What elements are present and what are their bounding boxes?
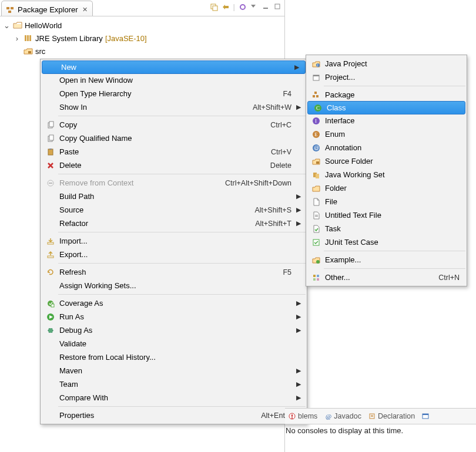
- ctx-copy[interactable]: Copy Ctrl+C: [41, 118, 307, 131]
- tab-javadoc[interactable]: @ Javadoc: [324, 409, 361, 424]
- ctx-copy-qualified-name[interactable]: Copy Qualified Name: [41, 131, 307, 145]
- menu-label: Enum: [323, 130, 461, 139]
- text-file-icon: [310, 211, 323, 220]
- menu-label: Delete: [57, 161, 270, 170]
- svg-rect-50: [317, 275, 319, 277]
- new-java-working-set[interactable]: Java Working Set: [306, 168, 467, 181]
- ctx-open-type-hierarchy[interactable]: Open Type Hierarchy F4: [41, 87, 307, 100]
- svg-rect-31: [314, 92, 317, 94]
- export-icon: [44, 251, 57, 259]
- tab-package-explorer[interactable]: Package Explorer ✕: [1, 1, 93, 16]
- ctx-remove-from-context[interactable]: Remove from Context Ctrl+Alt+Shift+Down: [41, 176, 307, 190]
- close-icon[interactable]: ✕: [82, 6, 88, 14]
- submenu-arrow-icon: ▶: [295, 206, 301, 214]
- menu-label: Maven: [57, 366, 295, 375]
- svg-rect-59: [371, 416, 373, 417]
- new-enum[interactable]: E Enum: [306, 127, 467, 141]
- menu-label: Import...: [57, 237, 295, 245]
- maximize-icon[interactable]: [274, 3, 282, 11]
- new-task[interactable]: Task: [306, 222, 467, 235]
- svg-rect-55: [291, 417, 293, 419]
- new-example[interactable]: Example...: [306, 253, 467, 267]
- menu-label: Package: [323, 90, 461, 99]
- expander-icon[interactable]: ⌄: [2, 21, 11, 29]
- svg-rect-24: [51, 304, 54, 307]
- new-interface[interactable]: I Interface: [306, 114, 467, 127]
- menu-label: Team: [57, 380, 295, 389]
- svg-rect-18: [49, 149, 52, 150]
- ctx-restore-from-local-history[interactable]: Restore from Local History...: [41, 350, 307, 364]
- ctx-source[interactable]: Source Alt+Shift+S▶: [41, 203, 307, 217]
- svg-text:C: C: [316, 105, 320, 111]
- new-junit-test-case[interactable]: JUnit Test Case: [306, 235, 467, 249]
- source-folder-icon: [310, 157, 323, 166]
- ctx-debug-as[interactable]: Debug As ▶: [41, 323, 307, 337]
- ctx-open-in-new-window[interactable]: Open in New Window: [41, 73, 307, 87]
- new-package[interactable]: Package: [306, 88, 467, 102]
- ctx-delete[interactable]: Delete Delete: [41, 158, 307, 172]
- view-menu-icon[interactable]: [250, 3, 259, 11]
- menu-accel: Alt+Shift+T: [255, 220, 295, 228]
- jre-suffix: [JavaSE-10]: [105, 34, 147, 43]
- ctx-compare-with[interactable]: Compare With ▶: [41, 391, 307, 404]
- new-other[interactable]: Other... Ctrl+N: [306, 271, 467, 284]
- menu-accel: F5: [283, 268, 295, 276]
- expander-icon[interactable]: ›: [13, 34, 21, 42]
- ctx-new[interactable]: New ▶: [42, 60, 306, 74]
- svg-rect-22: [48, 256, 53, 258]
- ctx-refactor[interactable]: Refactor Alt+Shift+T▶: [41, 217, 307, 230]
- link-editor-icon[interactable]: [222, 3, 230, 11]
- svg-rect-42: [316, 161, 319, 164]
- ctx-refresh[interactable]: Refresh F5: [41, 265, 307, 279]
- svg-rect-10: [27, 35, 29, 41]
- menu-separator: [324, 251, 465, 251]
- tree-project-row[interactable]: ⌄ HelloWorld: [2, 19, 282, 32]
- ctx-coverage-as[interactable]: Coverage As ▶: [41, 296, 307, 310]
- menu-separator: [58, 263, 306, 264]
- tab-console-partial[interactable]: [422, 409, 429, 424]
- task-icon: [310, 225, 323, 233]
- new-source-folder[interactable]: Source Folder: [306, 154, 467, 168]
- menu-label: Source Folder: [323, 157, 461, 166]
- other-icon: [310, 274, 323, 282]
- ctx-run-as[interactable]: Run As ▶: [41, 310, 307, 323]
- svg-rect-54: [291, 414, 293, 417]
- focus-icon[interactable]: [239, 3, 247, 11]
- ctx-maven[interactable]: Maven ▶: [41, 364, 307, 377]
- new-submenu: J Java Project Project... Package C Clas…: [306, 55, 467, 286]
- ctx-import[interactable]: Import...: [41, 234, 307, 248]
- view-toolbar: |: [210, 2, 282, 11]
- new-java-project[interactable]: J Java Project: [306, 57, 467, 70]
- ctx-show-in[interactable]: Show In Alt+Shift+W▶: [41, 100, 307, 114]
- tree-jre-row[interactable]: › JRE System Library [JavaSE-10]: [2, 32, 282, 45]
- ctx-export[interactable]: Export...: [41, 248, 307, 261]
- new-class[interactable]: C Class: [307, 101, 465, 114]
- new-annotation[interactable]: @ Annotation: [306, 141, 467, 154]
- menu-label: Other...: [323, 273, 438, 282]
- menu-label: Task: [323, 224, 461, 233]
- new-project[interactable]: Project...: [306, 70, 467, 84]
- ctx-team[interactable]: Team ▶: [41, 377, 307, 391]
- tab-problems[interactable]: blems: [289, 409, 317, 424]
- java-project-icon: J: [310, 60, 323, 68]
- menu-label: Paste: [57, 147, 271, 156]
- ctx-paste[interactable]: Paste Ctrl+V: [41, 145, 307, 158]
- svg-text:@: @: [314, 145, 319, 151]
- svg-rect-21: [48, 242, 53, 244]
- new-untitled-text-file[interactable]: Untitled Text File: [306, 208, 467, 222]
- new-folder[interactable]: Folder: [306, 181, 467, 195]
- minimize-icon[interactable]: [262, 3, 270, 11]
- menu-accel: F4: [283, 90, 295, 98]
- svg-rect-8: [14, 24, 21, 28]
- project-label: HelloWorld: [25, 21, 62, 30]
- tab-declaration[interactable]: Declaration: [368, 409, 415, 424]
- ctx-validate[interactable]: Validate: [41, 337, 307, 350]
- context-menu: New ▶ Open in New Window Open Type Hiera…: [40, 59, 307, 424]
- new-file[interactable]: File: [306, 195, 467, 208]
- tree-src-row[interactable]: src: [2, 45, 282, 58]
- ctx-build-path[interactable]: Build Path ▶: [41, 190, 307, 203]
- ctx-assign-working-sets[interactable]: Assign Working Sets...: [41, 279, 307, 292]
- project-icon: [310, 73, 323, 82]
- ctx-properties[interactable]: Properties Alt+Enter: [41, 409, 307, 422]
- collapse-all-icon[interactable]: [210, 3, 218, 11]
